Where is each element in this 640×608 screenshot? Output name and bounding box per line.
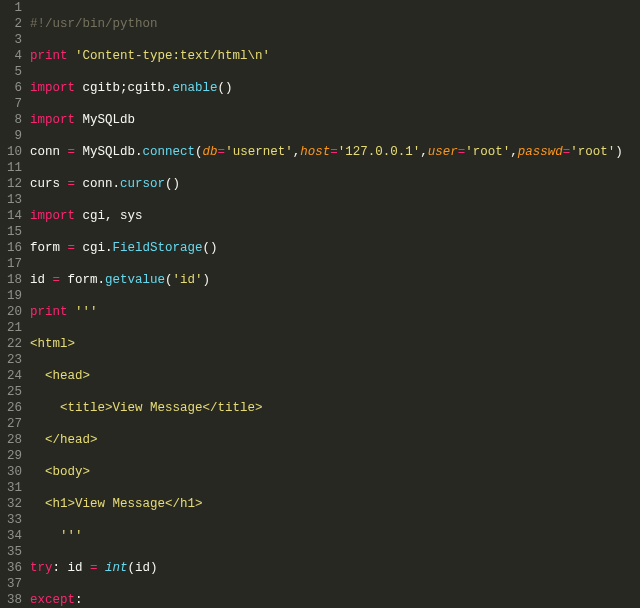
- code-line[interactable]: <html>: [30, 336, 623, 352]
- code-line[interactable]: ''': [30, 528, 623, 544]
- line-number: 6: [4, 80, 22, 96]
- line-number: 28: [4, 432, 22, 448]
- line-number: 21: [4, 320, 22, 336]
- code-line[interactable]: <h1>View Message</h1>: [30, 496, 623, 512]
- code-line[interactable]: <head>: [30, 368, 623, 384]
- code-line[interactable]: except:: [30, 592, 623, 608]
- line-number: 26: [4, 400, 22, 416]
- line-number: 11: [4, 160, 22, 176]
- line-number: 18: [4, 272, 22, 288]
- line-number: 30: [4, 464, 22, 480]
- code-line[interactable]: print 'Content-type:text/html\n': [30, 48, 623, 64]
- line-number: 19: [4, 288, 22, 304]
- code-line[interactable]: curs = conn.cursor(): [30, 176, 623, 192]
- line-number: 9: [4, 128, 22, 144]
- line-number: 15: [4, 224, 22, 240]
- line-number: 25: [4, 384, 22, 400]
- code-line[interactable]: <title>View Message</title>: [30, 400, 623, 416]
- line-number: 31: [4, 480, 22, 496]
- line-number: 1: [4, 0, 22, 16]
- line-number: 12: [4, 176, 22, 192]
- code-line[interactable]: conn = MySQLdb.connect(db='usernet',host…: [30, 144, 623, 160]
- line-number: 38: [4, 592, 22, 608]
- line-number: 3: [4, 32, 22, 48]
- code-line[interactable]: import MySQLdb: [30, 112, 623, 128]
- line-number-gutter: 1 2 3 4 5 6 7 8 9 10 11 12 13 14 15 16 1…: [0, 0, 30, 608]
- code-line[interactable]: </head>: [30, 432, 623, 448]
- line-number: 23: [4, 352, 22, 368]
- line-number: 34: [4, 528, 22, 544]
- line-number: 27: [4, 416, 22, 432]
- code-line[interactable]: id = form.getvalue('id'): [30, 272, 623, 288]
- line-number: 36: [4, 560, 22, 576]
- line-number: 13: [4, 192, 22, 208]
- line-number: 8: [4, 112, 22, 128]
- line-number: 14: [4, 208, 22, 224]
- code-line[interactable]: import cgi, sys: [30, 208, 623, 224]
- line-number: 10: [4, 144, 22, 160]
- line-number: 32: [4, 496, 22, 512]
- line-number: 35: [4, 544, 22, 560]
- line-number: 33: [4, 512, 22, 528]
- code-line[interactable]: print ''': [30, 304, 623, 320]
- code-line[interactable]: #!/usr/bin/python: [30, 16, 623, 32]
- line-number: 7: [4, 96, 22, 112]
- line-number: 37: [4, 576, 22, 592]
- line-number: 4: [4, 48, 22, 64]
- code-editor[interactable]: 1 2 3 4 5 6 7 8 9 10 11 12 13 14 15 16 1…: [0, 0, 640, 608]
- line-number: 29: [4, 448, 22, 464]
- line-number: 5: [4, 64, 22, 80]
- line-number: 17: [4, 256, 22, 272]
- code-area[interactable]: #!/usr/bin/python print 'Content-type:te…: [30, 0, 623, 608]
- code-line[interactable]: <body>: [30, 464, 623, 480]
- line-number: 24: [4, 368, 22, 384]
- line-number: 16: [4, 240, 22, 256]
- line-number: 22: [4, 336, 22, 352]
- code-line[interactable]: try: id = int(id): [30, 560, 623, 576]
- line-number: 2: [4, 16, 22, 32]
- code-line[interactable]: import cgitb;cgitb.enable(): [30, 80, 623, 96]
- code-line[interactable]: form = cgi.FieldStorage(): [30, 240, 623, 256]
- line-number: 20: [4, 304, 22, 320]
